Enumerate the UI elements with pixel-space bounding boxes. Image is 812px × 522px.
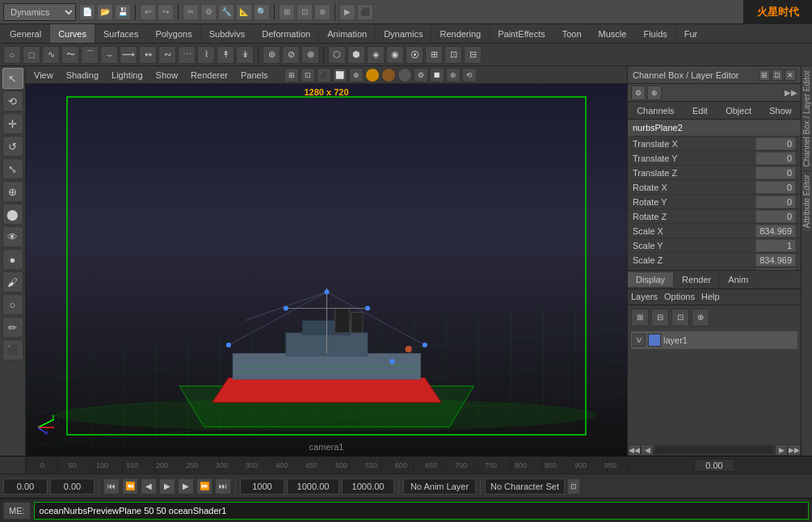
attr-translatez[interactable]: Translate Z 0 xyxy=(628,166,801,180)
vp-icon2[interactable]: ⊡ xyxy=(301,68,315,82)
tab-deformation[interactable]: Deformation xyxy=(254,24,319,43)
scroll-left-step[interactable]: ◀ xyxy=(641,444,654,456)
panel-close-icon[interactable]: ✕ xyxy=(785,69,796,81)
vp-sphere-icon[interactable] xyxy=(365,68,380,82)
playback-goto-start[interactable]: ⏮ xyxy=(103,478,120,495)
start-frame-field[interactable]: 0.00 xyxy=(3,478,48,495)
attr-rotatez[interactable]: Rotate Z 0 xyxy=(628,209,801,224)
tab-painteffects[interactable]: PaintEffects xyxy=(490,24,554,43)
translatex-value[interactable]: 0 xyxy=(755,137,796,150)
renderer-menu[interactable]: Renderer xyxy=(187,69,231,82)
tb-tool11[interactable]: ⊟ xyxy=(464,46,482,64)
tool2-icon[interactable]: ⚙ xyxy=(200,4,217,20)
attr-translatey[interactable]: Translate Y 0 xyxy=(628,151,801,166)
tb-tool5[interactable]: ⬢ xyxy=(347,46,365,64)
viewport-canvas[interactable]: 1280 x 720 xyxy=(26,84,627,456)
new-file-icon[interactable]: 📄 xyxy=(79,4,95,20)
char-set-field[interactable]: No Character Set xyxy=(485,478,565,495)
tb-tool9[interactable]: ⊞ xyxy=(425,46,443,64)
soft-tool[interactable]: ⬤ xyxy=(2,204,23,225)
attr-scalez[interactable]: Scale Z 834.969 xyxy=(628,253,801,267)
curve10-tool[interactable]: ↟ xyxy=(217,46,234,64)
panel-icon1[interactable]: ⊞ xyxy=(759,69,770,81)
curve7-tool[interactable]: ∾ xyxy=(158,46,176,64)
ch-icon2[interactable]: ⊕ xyxy=(647,86,662,100)
playback-next-frame[interactable]: ▶ xyxy=(178,478,194,495)
playback-step-back[interactable]: ⏪ xyxy=(122,478,138,495)
open-file-icon[interactable]: 📂 xyxy=(97,4,113,20)
scroll-right-btn[interactable]: ▶▶ xyxy=(788,444,801,456)
vp-icon7[interactable]: 🔲 xyxy=(430,68,444,82)
curve2-tool[interactable]: 〜 xyxy=(61,46,79,64)
help-menu[interactable]: Help xyxy=(701,292,720,301)
tool3-icon[interactable]: 🔧 xyxy=(218,4,234,20)
curve5-tool[interactable]: ⟿ xyxy=(120,46,137,64)
del-layer-icon[interactable]: ⊟ xyxy=(651,309,669,326)
object-menu[interactable]: Object xyxy=(721,104,756,117)
playback-goto-end[interactable]: ⏭ xyxy=(215,478,231,495)
channels-menu[interactable]: Channels xyxy=(632,104,679,117)
rotatex-value[interactable]: 0 xyxy=(755,181,796,194)
tab-muscle[interactable]: Muscle xyxy=(591,24,636,43)
bc-extra-btn[interactable]: ⊡ xyxy=(567,478,580,495)
lasso-tool[interactable]: ⟲ xyxy=(2,91,23,112)
channel-box-label[interactable]: Channel Box / Layer Editor xyxy=(801,66,812,170)
tab-anim[interactable]: Anim xyxy=(720,272,757,287)
vp-icon8[interactable]: ⊛ xyxy=(446,68,461,82)
attr-rotatex[interactable]: Rotate X 0 xyxy=(628,180,801,195)
layer-v-btn[interactable]: V xyxy=(633,334,646,347)
tab-display[interactable]: Display xyxy=(628,272,674,287)
tab-toon[interactable]: Toon xyxy=(554,24,591,43)
tb-tool6[interactable]: ◈ xyxy=(367,46,385,64)
curve6-tool[interactable]: ↭ xyxy=(139,46,157,64)
tool5-icon[interactable]: 🔍 xyxy=(254,4,270,20)
attr-rotatey[interactable]: Rotate Y 0 xyxy=(628,195,801,209)
playback-end-val[interactable]: 1000.00 xyxy=(287,478,339,495)
ch-icon1[interactable]: ⚙ xyxy=(631,86,646,100)
scalex-value[interactable]: 834.969 xyxy=(755,225,796,238)
tb-tool3[interactable]: ⊗ xyxy=(301,46,319,64)
lighting-menu[interactable]: Lighting xyxy=(108,69,146,82)
render1-icon[interactable]: ▶ xyxy=(339,4,356,20)
tb-tool4[interactable]: ⬡ xyxy=(328,46,346,64)
tb-tool7[interactable]: ◉ xyxy=(386,46,404,64)
scalez-value[interactable]: 834.969 xyxy=(755,254,796,267)
anim-layer-field[interactable]: No Anim Layer xyxy=(403,478,476,495)
curve1-tool[interactable]: ∿ xyxy=(42,46,60,64)
show-channel-menu[interactable]: Show xyxy=(764,104,797,117)
brush-tool[interactable]: 🖌 xyxy=(2,272,23,293)
attribute-editor-label[interactable]: Attribute Editor xyxy=(801,170,812,231)
tb-tool2[interactable]: ⊘ xyxy=(282,46,300,64)
playback-prev-frame[interactable]: ◀ xyxy=(141,478,157,495)
tab-dynamics[interactable]: Dynamics xyxy=(376,24,431,43)
render2-icon[interactable]: ⬛ xyxy=(357,4,373,20)
vp-icon9[interactable]: ⟲ xyxy=(462,68,477,82)
scale-tool[interactable]: ⤡ xyxy=(2,158,23,179)
translatey-value[interactable]: 0 xyxy=(755,152,796,165)
tab-surfaces[interactable]: Surfaces xyxy=(95,24,147,43)
view-menu[interactable]: View xyxy=(31,69,57,82)
tab-fur[interactable]: Fur xyxy=(676,24,707,43)
snap1-icon[interactable]: ⊞ xyxy=(279,4,295,20)
timeline-track[interactable]: 0 50 100 150 200 250 300 350 400 450 500… xyxy=(26,457,627,474)
tab-polygons[interactable]: Polygons xyxy=(147,24,200,43)
attr-scaley[interactable]: Scale Y 1 xyxy=(628,238,801,253)
layer-icon4[interactable]: ⊕ xyxy=(692,309,709,326)
vp-sphere3-icon[interactable] xyxy=(398,68,412,82)
edit-menu[interactable]: Edit xyxy=(688,104,713,117)
square-tool[interactable]: □ xyxy=(23,46,40,64)
tab-subdivs[interactable]: Subdvivs xyxy=(201,24,255,43)
curve4-tool[interactable]: ⌣ xyxy=(100,46,118,64)
current-frame-display[interactable]: 0.00 xyxy=(50,478,95,495)
ch-expand-icon[interactable]: ▶▶ xyxy=(785,88,797,97)
scroll-left-btn[interactable]: ◀◀ xyxy=(628,444,641,456)
circle-select[interactable]: ○ xyxy=(2,294,23,315)
snap3-icon[interactable]: ⊕ xyxy=(314,4,330,20)
scrollbar-track[interactable] xyxy=(655,447,773,453)
show-tool[interactable]: 👁 xyxy=(2,226,23,247)
attr-translatex[interactable]: Translate X 0 xyxy=(628,137,801,151)
snap2-icon[interactable]: ⊡ xyxy=(297,4,313,20)
curve11-tool[interactable]: ↡ xyxy=(236,46,254,64)
rotate-tool[interactable]: ↺ xyxy=(2,136,23,157)
tb-tool10[interactable]: ⊡ xyxy=(444,46,462,64)
